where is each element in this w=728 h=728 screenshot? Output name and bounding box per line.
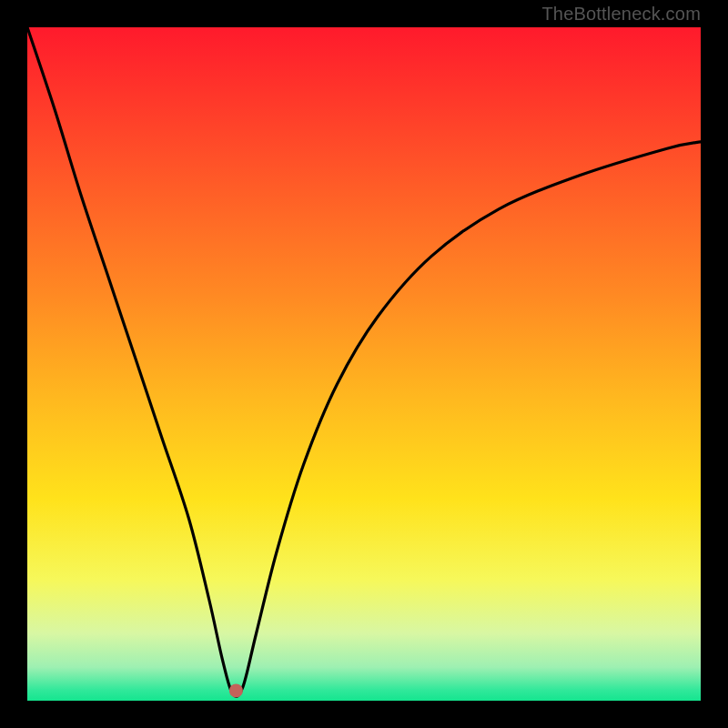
minimum-dot	[229, 683, 243, 697]
watermark-text: TheBottleneck.com	[541, 4, 701, 25]
plot-svg	[27, 27, 701, 701]
plot-area	[27, 27, 701, 701]
chart-frame: TheBottleneck.com	[0, 0, 728, 728]
gradient-rect	[27, 27, 701, 701]
